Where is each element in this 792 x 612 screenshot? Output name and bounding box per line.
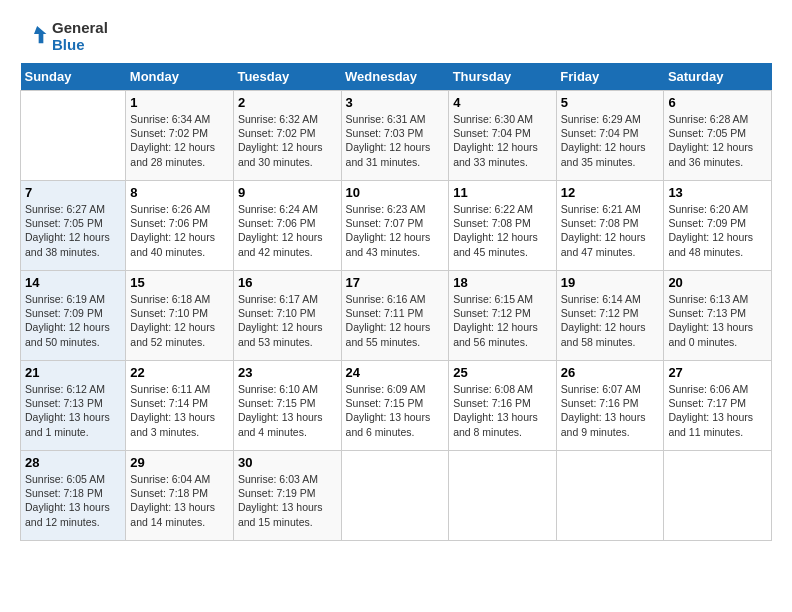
day-number: 5 [561, 95, 660, 110]
day-number: 3 [346, 95, 445, 110]
calendar-cell: 20Sunrise: 6:13 AM Sunset: 7:13 PM Dayli… [664, 271, 772, 361]
day-number: 2 [238, 95, 337, 110]
calendar-cell: 9Sunrise: 6:24 AM Sunset: 7:06 PM Daylig… [233, 181, 341, 271]
calendar-week-row: 28Sunrise: 6:05 AM Sunset: 7:18 PM Dayli… [21, 451, 772, 541]
day-info: Sunrise: 6:13 AM Sunset: 7:13 PM Dayligh… [668, 292, 767, 349]
day-info: Sunrise: 6:11 AM Sunset: 7:14 PM Dayligh… [130, 382, 229, 439]
day-number: 13 [668, 185, 767, 200]
calendar-week-row: 14Sunrise: 6:19 AM Sunset: 7:09 PM Dayli… [21, 271, 772, 361]
calendar-cell: 16Sunrise: 6:17 AM Sunset: 7:10 PM Dayli… [233, 271, 341, 361]
day-info: Sunrise: 6:20 AM Sunset: 7:09 PM Dayligh… [668, 202, 767, 259]
day-info: Sunrise: 6:19 AM Sunset: 7:09 PM Dayligh… [25, 292, 121, 349]
day-number: 6 [668, 95, 767, 110]
calendar-cell: 10Sunrise: 6:23 AM Sunset: 7:07 PM Dayli… [341, 181, 449, 271]
day-number: 10 [346, 185, 445, 200]
day-number: 4 [453, 95, 552, 110]
calendar-cell: 17Sunrise: 6:16 AM Sunset: 7:11 PM Dayli… [341, 271, 449, 361]
calendar-cell: 22Sunrise: 6:11 AM Sunset: 7:14 PM Dayli… [126, 361, 234, 451]
day-number: 23 [238, 365, 337, 380]
weekday-header-thursday: Thursday [449, 63, 557, 91]
calendar-cell: 21Sunrise: 6:12 AM Sunset: 7:13 PM Dayli… [21, 361, 126, 451]
day-number: 18 [453, 275, 552, 290]
calendar-cell: 24Sunrise: 6:09 AM Sunset: 7:15 PM Dayli… [341, 361, 449, 451]
calendar-cell: 26Sunrise: 6:07 AM Sunset: 7:16 PM Dayli… [556, 361, 664, 451]
calendar-cell: 4Sunrise: 6:30 AM Sunset: 7:04 PM Daylig… [449, 91, 557, 181]
calendar-cell: 12Sunrise: 6:21 AM Sunset: 7:08 PM Dayli… [556, 181, 664, 271]
logo-text: GeneralBlue [52, 20, 108, 53]
day-info: Sunrise: 6:23 AM Sunset: 7:07 PM Dayligh… [346, 202, 445, 259]
calendar-cell: 29Sunrise: 6:04 AM Sunset: 7:18 PM Dayli… [126, 451, 234, 541]
day-info: Sunrise: 6:26 AM Sunset: 7:06 PM Dayligh… [130, 202, 229, 259]
day-info: Sunrise: 6:06 AM Sunset: 7:17 PM Dayligh… [668, 382, 767, 439]
calendar-cell: 14Sunrise: 6:19 AM Sunset: 7:09 PM Dayli… [21, 271, 126, 361]
calendar-cell [556, 451, 664, 541]
day-info: Sunrise: 6:05 AM Sunset: 7:18 PM Dayligh… [25, 472, 121, 529]
day-info: Sunrise: 6:27 AM Sunset: 7:05 PM Dayligh… [25, 202, 121, 259]
day-info: Sunrise: 6:17 AM Sunset: 7:10 PM Dayligh… [238, 292, 337, 349]
day-info: Sunrise: 6:29 AM Sunset: 7:04 PM Dayligh… [561, 112, 660, 169]
day-info: Sunrise: 6:28 AM Sunset: 7:05 PM Dayligh… [668, 112, 767, 169]
day-info: Sunrise: 6:07 AM Sunset: 7:16 PM Dayligh… [561, 382, 660, 439]
day-number: 9 [238, 185, 337, 200]
day-number: 29 [130, 455, 229, 470]
day-number: 17 [346, 275, 445, 290]
weekday-header-row: SundayMondayTuesdayWednesdayThursdayFrid… [21, 63, 772, 91]
day-number: 15 [130, 275, 229, 290]
calendar-cell: 25Sunrise: 6:08 AM Sunset: 7:16 PM Dayli… [449, 361, 557, 451]
calendar-cell: 1Sunrise: 6:34 AM Sunset: 7:02 PM Daylig… [126, 91, 234, 181]
calendar-cell: 19Sunrise: 6:14 AM Sunset: 7:12 PM Dayli… [556, 271, 664, 361]
day-info: Sunrise: 6:32 AM Sunset: 7:02 PM Dayligh… [238, 112, 337, 169]
day-number: 24 [346, 365, 445, 380]
weekday-header-wednesday: Wednesday [341, 63, 449, 91]
weekday-header-tuesday: Tuesday [233, 63, 341, 91]
day-info: Sunrise: 6:21 AM Sunset: 7:08 PM Dayligh… [561, 202, 660, 259]
day-number: 28 [25, 455, 121, 470]
day-info: Sunrise: 6:31 AM Sunset: 7:03 PM Dayligh… [346, 112, 445, 169]
day-number: 16 [238, 275, 337, 290]
calendar-cell: 28Sunrise: 6:05 AM Sunset: 7:18 PM Dayli… [21, 451, 126, 541]
weekday-header-sunday: Sunday [21, 63, 126, 91]
day-info: Sunrise: 6:04 AM Sunset: 7:18 PM Dayligh… [130, 472, 229, 529]
day-number: 11 [453, 185, 552, 200]
day-info: Sunrise: 6:09 AM Sunset: 7:15 PM Dayligh… [346, 382, 445, 439]
calendar-cell [449, 451, 557, 541]
calendar-week-row: 7Sunrise: 6:27 AM Sunset: 7:05 PM Daylig… [21, 181, 772, 271]
calendar-cell [341, 451, 449, 541]
day-info: Sunrise: 6:10 AM Sunset: 7:15 PM Dayligh… [238, 382, 337, 439]
day-info: Sunrise: 6:30 AM Sunset: 7:04 PM Dayligh… [453, 112, 552, 169]
calendar-cell: 2Sunrise: 6:32 AM Sunset: 7:02 PM Daylig… [233, 91, 341, 181]
weekday-header-friday: Friday [556, 63, 664, 91]
day-number: 8 [130, 185, 229, 200]
day-number: 19 [561, 275, 660, 290]
calendar-cell: 15Sunrise: 6:18 AM Sunset: 7:10 PM Dayli… [126, 271, 234, 361]
svg-marker-0 [34, 26, 46, 43]
calendar-cell: 5Sunrise: 6:29 AM Sunset: 7:04 PM Daylig… [556, 91, 664, 181]
calendar-cell: 13Sunrise: 6:20 AM Sunset: 7:09 PM Dayli… [664, 181, 772, 271]
logo: GeneralBlue [20, 20, 108, 53]
calendar-cell [664, 451, 772, 541]
day-info: Sunrise: 6:12 AM Sunset: 7:13 PM Dayligh… [25, 382, 121, 439]
calendar-week-row: 21Sunrise: 6:12 AM Sunset: 7:13 PM Dayli… [21, 361, 772, 451]
day-number: 7 [25, 185, 121, 200]
calendar-cell: 23Sunrise: 6:10 AM Sunset: 7:15 PM Dayli… [233, 361, 341, 451]
logo-icon [20, 23, 48, 51]
day-info: Sunrise: 6:22 AM Sunset: 7:08 PM Dayligh… [453, 202, 552, 259]
calendar-cell: 3Sunrise: 6:31 AM Sunset: 7:03 PM Daylig… [341, 91, 449, 181]
calendar-cell: 27Sunrise: 6:06 AM Sunset: 7:17 PM Dayli… [664, 361, 772, 451]
day-number: 20 [668, 275, 767, 290]
day-number: 27 [668, 365, 767, 380]
day-info: Sunrise: 6:24 AM Sunset: 7:06 PM Dayligh… [238, 202, 337, 259]
calendar-table: SundayMondayTuesdayWednesdayThursdayFrid… [20, 63, 772, 541]
calendar-week-row: 1Sunrise: 6:34 AM Sunset: 7:02 PM Daylig… [21, 91, 772, 181]
calendar-cell [21, 91, 126, 181]
day-info: Sunrise: 6:14 AM Sunset: 7:12 PM Dayligh… [561, 292, 660, 349]
calendar-cell: 8Sunrise: 6:26 AM Sunset: 7:06 PM Daylig… [126, 181, 234, 271]
weekday-header-monday: Monday [126, 63, 234, 91]
day-number: 26 [561, 365, 660, 380]
day-info: Sunrise: 6:34 AM Sunset: 7:02 PM Dayligh… [130, 112, 229, 169]
day-info: Sunrise: 6:16 AM Sunset: 7:11 PM Dayligh… [346, 292, 445, 349]
calendar-cell: 30Sunrise: 6:03 AM Sunset: 7:19 PM Dayli… [233, 451, 341, 541]
calendar-cell: 7Sunrise: 6:27 AM Sunset: 7:05 PM Daylig… [21, 181, 126, 271]
calendar-cell: 6Sunrise: 6:28 AM Sunset: 7:05 PM Daylig… [664, 91, 772, 181]
day-number: 22 [130, 365, 229, 380]
